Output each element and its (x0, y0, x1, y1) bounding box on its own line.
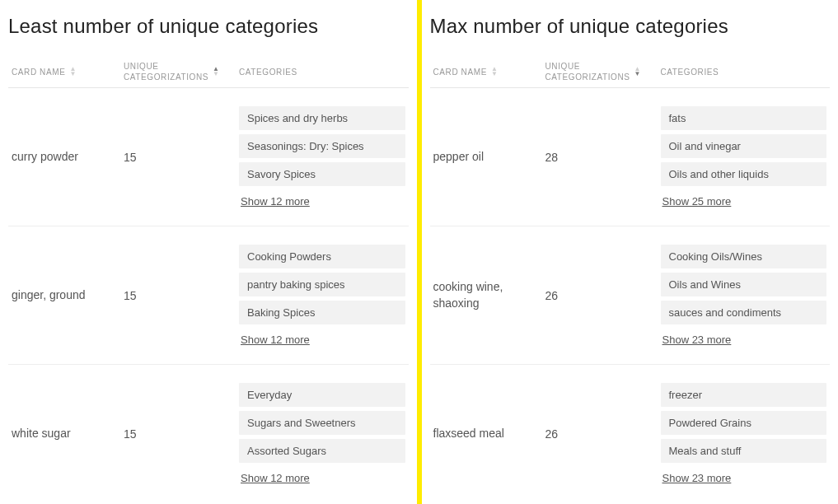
category-tag: Oils and other liquids (661, 162, 827, 186)
category-tag: Seasonings: Dry: Spices (239, 134, 405, 158)
table-row: curry powder 15 Spices and dry herbs Sea… (8, 88, 409, 226)
cell-unique: 15 (124, 151, 239, 164)
category-tag: Sugars and Sweetners (239, 411, 405, 435)
category-tag: pantry baking spices (239, 273, 405, 296)
show-more-link[interactable]: Show 23 more (661, 472, 732, 484)
show-more-link[interactable]: Show 12 more (239, 195, 310, 208)
cell-unique: 15 (124, 427, 239, 441)
show-more-link[interactable]: Show 25 more (661, 195, 732, 208)
column-header-card-name[interactable]: CARD NAME ▲▼ (8, 67, 124, 77)
show-more-link[interactable]: Show 12 more (239, 472, 310, 484)
column-header-unique[interactable]: UNIQUE CATEGORIZATIONS ▲▼ (545, 61, 661, 82)
cell-card-name: curry powder (8, 149, 124, 166)
category-tag: Everyday (239, 383, 405, 407)
category-tag: Baking Spices (239, 301, 405, 324)
category-tag: Assorted Sugars (239, 439, 405, 463)
category-tag: Cooking Oils/Wines (661, 245, 827, 268)
page: Least number of unique categories CARD N… (0, 0, 838, 504)
category-tag: Powdered Grains (661, 411, 827, 435)
column-label: CATEGORIES (661, 67, 719, 77)
category-tag: freezer (661, 383, 827, 407)
table-header: CARD NAME ▲▼ UNIQUE CATEGORIZATIONS ▲▼ C… (430, 61, 831, 88)
cell-categories: freezer Powdered Grains Meals and stuff … (661, 383, 831, 484)
cell-unique: 26 (545, 427, 661, 441)
cell-categories: Cooking Oils/Wines Oils and Wines sauces… (661, 245, 831, 346)
cell-unique: 26 (545, 289, 661, 302)
sort-icon: ▲▼ (213, 67, 220, 77)
table-row: white sugar 15 Everyday Sugars and Sweet… (8, 365, 409, 502)
table-row: cooking wine, shaoxing 26 Cooking Oils/W… (430, 226, 831, 365)
table-row: flaxseed meal 26 freezer Powdered Grains… (430, 365, 831, 502)
category-tag: Spices and dry herbs (239, 106, 405, 130)
cell-card-name: ginger, ground (8, 287, 124, 304)
sort-icon: ▲▼ (634, 67, 642, 77)
cell-card-name: cooking wine, shaoxing (430, 279, 545, 311)
column-label: CARD NAME (433, 67, 487, 77)
column-label: UNIQUE CATEGORIZATIONS (545, 61, 630, 82)
cell-categories: Everyday Sugars and Sweetners Assorted S… (239, 383, 409, 484)
panel-title: Least number of unique categories (8, 15, 409, 38)
sort-icon: ▲▼ (491, 67, 499, 77)
cell-unique: 28 (545, 151, 661, 164)
column-label: UNIQUE CATEGORIZATIONS (124, 61, 208, 82)
panel-max: Max number of unique categories CARD NAM… (422, 0, 839, 504)
cell-unique: 15 (124, 289, 239, 302)
panel-least: Least number of unique categories CARD N… (0, 0, 417, 504)
table-row: ginger, ground 15 Cooking Powders pantry… (8, 226, 409, 365)
table-row: pepper oil 28 fats Oil and vinegar Oils … (430, 88, 831, 226)
cell-categories: fats Oil and vinegar Oils and other liqu… (661, 106, 831, 208)
column-label: CARD NAME (12, 67, 65, 77)
cell-card-name: flaxseed meal (430, 426, 545, 442)
show-more-link[interactable]: Show 12 more (239, 334, 310, 346)
category-tag: fats (661, 106, 827, 130)
cell-card-name: pepper oil (430, 149, 545, 166)
panel-title: Max number of unique categories (430, 15, 831, 38)
cell-categories: Spices and dry herbs Seasonings: Dry: Sp… (239, 106, 409, 208)
column-header-unique[interactable]: UNIQUE CATEGORIZATIONS ▲▼ (124, 61, 239, 82)
sort-icon: ▲▼ (69, 67, 77, 77)
cell-categories: Cooking Powders pantry baking spices Bak… (239, 245, 409, 346)
category-tag: Cooking Powders (239, 245, 405, 268)
category-tag: sauces and condiments (661, 301, 827, 324)
category-tag: Savory Spices (239, 162, 405, 186)
category-tag: Oils and Wines (661, 273, 827, 296)
show-more-link[interactable]: Show 23 more (661, 334, 732, 346)
category-tag: Oil and vinegar (661, 134, 827, 158)
category-tag: Meals and stuff (661, 439, 827, 463)
table-header: CARD NAME ▲▼ UNIQUE CATEGORIZATIONS ▲▼ C… (8, 61, 409, 88)
column-header-categories: CATEGORIES (661, 67, 831, 77)
column-header-card-name[interactable]: CARD NAME ▲▼ (430, 67, 545, 77)
column-header-categories: CATEGORIES (239, 67, 409, 77)
column-label: CATEGORIES (239, 67, 297, 77)
cell-card-name: white sugar (8, 426, 124, 442)
